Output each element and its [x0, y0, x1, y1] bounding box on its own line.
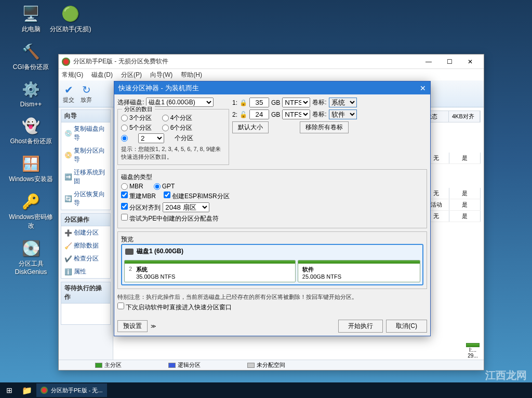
cancel-button[interactable]: 取消(C) — [386, 320, 427, 333]
statusbar: 主分区 逻辑分区 未分配空间 — [59, 360, 484, 370]
refresh-icon: ↻ — [82, 84, 91, 96]
radio-label: GPT — [162, 183, 175, 190]
sidebar-item-copydisk[interactable]: 💿复制磁盘向导 — [61, 122, 110, 144]
minimize-button[interactable]: ― — [418, 55, 439, 68]
cell-4kb: 是 — [449, 153, 481, 163]
dialog-titlebar: 快速分区神器 - 为装机而生 ✕ — [114, 81, 430, 94]
radio-label: 6个分区 — [170, 123, 193, 132]
preview-partition-1[interactable]: 2 系统 35.00GB NTFS — [124, 260, 296, 282]
start-button[interactable]: 开始执行 — [338, 320, 383, 333]
radio-mbr[interactable]: MBR — [121, 183, 143, 190]
menu-general[interactable]: 常规(G) — [62, 71, 83, 79]
recover-icon: 🔄 — [64, 195, 72, 202]
part2-fs-select[interactable]: NTFS — [282, 109, 310, 119]
legend-logical: 逻辑分区 — [168, 361, 201, 369]
sidebar-item-check[interactable]: ✔️检查分区 — [61, 252, 110, 265]
sidebar-group-wizard: 向导 — [61, 110, 110, 122]
start-button[interactable]: ⊞ — [0, 382, 19, 398]
menu-partition[interactable]: 分区(P) — [121, 71, 142, 79]
cell-4kb: 是 — [449, 199, 481, 210]
chk-rebuild-mbr[interactable]: 重建MBR — [121, 191, 156, 201]
toolbar-label: 提交 — [63, 96, 74, 104]
sidebar-item-label: 复制磁盘向导 — [74, 125, 107, 142]
check-icon: ✔️ — [64, 255, 72, 263]
desktop-icon-cgi[interactable]: 🔨CGI备份还原 — [6, 42, 56, 72]
desktop-icon-dism[interactable]: ⚙️Dism++ — [6, 80, 56, 108]
maximize-button[interactable]: ☐ — [439, 55, 460, 68]
align-select[interactable]: 2048 扇区 — [163, 202, 209, 212]
preset-button[interactable]: 预设置 — [117, 320, 148, 332]
cell-4kb: 是 — [449, 188, 481, 199]
radio-6parts[interactable]: 6个分区 — [162, 123, 193, 132]
default-size-button[interactable]: 默认大小 — [232, 121, 269, 133]
chk-label: 重建MBR — [129, 193, 156, 200]
sidebar-item-label: 属性 — [74, 267, 86, 276]
part1-unit: GB — [271, 99, 280, 106]
lock-icon[interactable]: 🔓 — [240, 111, 247, 118]
part2-label-select[interactable]: 软件 — [329, 109, 357, 119]
radio-3parts[interactable]: 3个分区 — [121, 114, 152, 122]
check-icon: ✔ — [64, 84, 73, 96]
desktop-icon-diskgenius[interactable]: 💽分区工具DiskGenius — [6, 239, 56, 276]
toolbar-discard[interactable]: ↻放弃 — [81, 84, 92, 104]
part1-label-select[interactable]: 系统 — [329, 98, 357, 107]
desktop-icon-label: 分区工具DiskGenius — [6, 259, 56, 276]
window-title: 分区助手PE版 - 无损分区免费软件 — [73, 57, 418, 66]
part1-size-input[interactable] — [249, 98, 269, 107]
desktop-icon-ghost[interactable]: 👻Ghost备份还原 — [6, 116, 56, 146]
strip-partition[interactable]: I:... 29... — [466, 343, 480, 359]
sidebar-item-label: 创建分区 — [74, 228, 99, 237]
sidebar-item-recover[interactable]: 🔄分区恢复向导 — [61, 188, 110, 210]
custom-count-select[interactable]: 2 — [138, 133, 164, 143]
sidebar-item-label: 分区恢复向导 — [74, 190, 107, 208]
radio-gpt[interactable]: GPT — [154, 183, 175, 190]
desktop-icon-label: Dism++ — [20, 101, 42, 108]
chk-next-boot[interactable]: 下次启动软件时直接进入快速分区窗口 — [117, 303, 232, 312]
desktop-icon-wininstall[interactable]: 🪟Windows安装器 — [6, 154, 56, 184]
menu-disk[interactable]: 磁盘(D) — [91, 71, 113, 79]
preview-legend: 预览 — [121, 235, 423, 244]
desktop-icon-label: 分区助手(无损) — [50, 25, 91, 34]
select-disk-dropdown[interactable]: 磁盘1 (60.00GB) — [146, 98, 214, 107]
radio-label: 4个分区 — [170, 114, 193, 122]
toolbar-commit[interactable]: ✔提交 — [63, 84, 74, 104]
close-button[interactable]: ✕ — [460, 55, 481, 68]
col-4kb: 4KB对齐 — [449, 111, 480, 122]
custom-count-suffix: 个分区 — [175, 134, 193, 143]
menu-help[interactable]: 帮助(H) — [181, 71, 202, 79]
sidebar-item-label: 迁移系统到固 — [74, 168, 107, 186]
legend-label: 未分配空间 — [257, 361, 285, 369]
radio-custom[interactable] — [121, 135, 128, 142]
preview-partition-2[interactable]: 软件 25.00GB NTFS — [298, 260, 420, 282]
chk-align[interactable]: 分区对齐到 — [121, 203, 161, 212]
sidebar-item-label: 复制分区向导 — [74, 146, 107, 164]
sidebar-item-copypart[interactable]: 📀复制分区向导 — [61, 144, 110, 166]
part2-unit: GB — [271, 111, 280, 118]
sidebar-item-props[interactable]: ℹ️属性 — [61, 265, 110, 278]
part1-index: 1: — [232, 99, 237, 106]
remove-labels-button[interactable]: 移除所有卷标 — [300, 121, 349, 133]
legend-label: 逻辑分区 — [178, 361, 201, 369]
radio-4parts[interactable]: 4个分区 — [162, 114, 193, 122]
chevron-icon[interactable]: ≫ — [151, 323, 156, 329]
radio-5parts[interactable]: 5个分区 — [121, 123, 152, 132]
desktop-icon-winpass[interactable]: 🔑Windows密码修改 — [6, 192, 56, 230]
taskbar-app-button[interactable]: 分区助手PE版 - 无... — [36, 383, 107, 397]
quick-partition-dialog: 快速分区神器 - 为装机而生 ✕ 选择磁盘: 磁盘1 (60.00GB) 分区的… — [114, 81, 431, 336]
taskbar-app-label: 分区助手PE版 - 无... — [51, 387, 103, 394]
lock-icon[interactable]: 🔒 — [240, 99, 247, 106]
chk-create-esp[interactable]: 创建ESP和MSR分区 — [164, 191, 230, 201]
explorer-icon[interactable]: 📁 — [22, 386, 32, 395]
menu-wizard[interactable]: 向导(W) — [150, 71, 172, 79]
part-count-legend: 分区的数目 — [122, 105, 155, 113]
preview-p1-size: 35.00GB NTFS — [136, 273, 175, 280]
dialog-close-button[interactable]: ✕ — [420, 84, 426, 92]
sidebar-item-wipe[interactable]: 🧹擦除数据 — [61, 239, 110, 252]
preview-p2-name: 软件 — [302, 266, 341, 273]
chk-try-pe[interactable]: 尝试为PE中创建的分区分配盘符 — [121, 214, 219, 223]
part1-fs-select[interactable]: NTFS — [282, 98, 310, 107]
sidebar-item-migrate[interactable]: ➡️迁移系统到固 — [61, 166, 110, 188]
sidebar-item-create[interactable]: ➕创建分区 — [61, 226, 110, 239]
part2-size-input[interactable] — [249, 109, 269, 119]
desktop-icon-partassist[interactable]: 🟢分区助手(无损) — [46, 4, 95, 34]
